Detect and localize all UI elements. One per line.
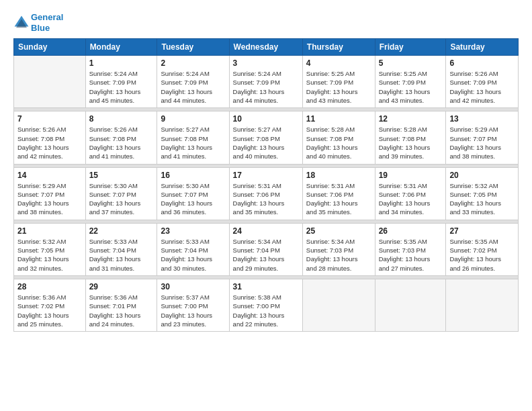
day-info: Sunrise: 5:30 AMSunset: 7:07 PMDaylight:…	[89, 181, 154, 217]
day-info: Sunrise: 5:34 AMSunset: 7:04 PMDaylight:…	[233, 237, 299, 273]
day-number: 14	[17, 171, 82, 180]
daylight-text: Daylight: 13 hours	[161, 199, 212, 207]
calendar-cell: 10Sunrise: 5:27 AMSunset: 7:08 PMDayligh…	[229, 111, 302, 164]
week-row-2: 7Sunrise: 5:26 AMSunset: 7:08 PMDaylight…	[14, 111, 519, 164]
day-info: Sunrise: 5:31 AMSunset: 7:06 PMDaylight:…	[233, 181, 299, 217]
sunset-text: Sunset: 7:09 PM	[161, 79, 208, 86]
calendar-cell: 28Sunrise: 5:36 AMSunset: 7:02 PMDayligh…	[14, 279, 86, 331]
day-info: Sunrise: 5:32 AMSunset: 7:05 PMDaylight:…	[17, 237, 82, 273]
sunset-text: Sunset: 7:06 PM	[233, 191, 280, 198]
sunrise-text: Sunrise: 5:32 AM	[449, 182, 498, 189]
day-number: 11	[306, 114, 371, 124]
sunrise-text: Sunrise: 5:31 AM	[379, 182, 427, 189]
sunset-text: Sunset: 7:09 PM	[306, 79, 353, 86]
sunset-text: Sunset: 7:01 PM	[89, 302, 136, 310]
daylight-text: Daylight: 13 hours	[379, 199, 431, 207]
daylight-text: and 42 minutes.	[17, 152, 63, 160]
daylight-text: and 43 minutes.	[306, 97, 352, 104]
daylight-text: Daylight: 13 hours	[17, 312, 69, 319]
day-info: Sunrise: 5:31 AMSunset: 7:06 PMDaylight:…	[306, 181, 371, 217]
daylight-text: and 45 minutes.	[89, 97, 135, 104]
sunset-text: Sunset: 7:06 PM	[306, 191, 353, 198]
daylight-text: Daylight: 13 hours	[89, 199, 141, 207]
calendar-cell: 15Sunrise: 5:30 AMSunset: 7:07 PMDayligh…	[85, 167, 157, 220]
daylight-text: Daylight: 13 hours	[233, 199, 285, 207]
daylight-text: Daylight: 13 hours	[379, 255, 431, 263]
calendar-cell: 4Sunrise: 5:25 AMSunset: 7:09 PMDaylight…	[302, 56, 375, 108]
sunset-text: Sunset: 7:09 PM	[379, 79, 426, 86]
day-info: Sunrise: 5:25 AMSunset: 7:09 PMDaylight:…	[379, 69, 443, 105]
sunset-text: Sunset: 7:09 PM	[89, 79, 136, 86]
sunset-text: Sunset: 7:04 PM	[161, 246, 208, 254]
sunrise-text: Sunrise: 5:24 AM	[233, 70, 281, 77]
sunset-text: Sunset: 7:07 PM	[449, 135, 496, 142]
sunset-text: Sunset: 7:04 PM	[233, 246, 280, 254]
calendar-cell: 7Sunrise: 5:26 AMSunset: 7:08 PMDaylight…	[14, 111, 86, 164]
daylight-text: and 31 minutes.	[89, 265, 135, 272]
calendar-cell: 1Sunrise: 5:24 AMSunset: 7:09 PMDaylight…	[85, 56, 157, 108]
daylight-text: and 37 minutes.	[89, 208, 135, 216]
sunset-text: Sunset: 7:00 PM	[233, 302, 280, 310]
daylight-text: Daylight: 13 hours	[379, 144, 431, 151]
sunset-text: Sunset: 7:05 PM	[17, 246, 64, 254]
day-number: 31	[233, 282, 299, 291]
daylight-text: and 29 minutes.	[233, 265, 279, 272]
daylight-text: and 34 minutes.	[379, 208, 425, 216]
daylight-text: and 22 minutes.	[233, 320, 279, 328]
calendar-cell: 22Sunrise: 5:33 AMSunset: 7:04 PMDayligh…	[85, 223, 157, 275]
daylight-text: and 33 minutes.	[449, 208, 495, 216]
daylight-text: Daylight: 13 hours	[17, 199, 69, 207]
day-number: 29	[89, 282, 154, 291]
calendar-cell	[302, 279, 375, 331]
sunrise-text: Sunrise: 5:27 AM	[233, 126, 281, 133]
week-row-4: 21Sunrise: 5:32 AMSunset: 7:05 PMDayligh…	[14, 223, 519, 275]
day-number: 2	[161, 58, 225, 68]
calendar-cell: 23Sunrise: 5:33 AMSunset: 7:04 PMDayligh…	[157, 223, 229, 275]
sunrise-text: Sunrise: 5:27 AM	[161, 126, 209, 133]
day-number: 20	[449, 171, 515, 180]
calendar-cell: 5Sunrise: 5:25 AMSunset: 7:09 PMDaylight…	[375, 56, 446, 108]
calendar-cell: 25Sunrise: 5:34 AMSunset: 7:03 PMDayligh…	[302, 223, 375, 275]
logo-icon	[13, 15, 30, 31]
weekday-header-friday: Friday	[375, 39, 446, 56]
daylight-text: Daylight: 13 hours	[233, 255, 285, 263]
day-number: 8	[89, 114, 154, 124]
day-info: Sunrise: 5:26 AMSunset: 7:08 PMDaylight:…	[17, 125, 82, 161]
day-number: 26	[379, 226, 443, 236]
daylight-text: Daylight: 13 hours	[306, 199, 358, 207]
daylight-text: Daylight: 13 hours	[89, 312, 141, 319]
sunset-text: Sunset: 7:06 PM	[379, 191, 426, 198]
weekday-header-monday: Monday	[85, 39, 157, 56]
daylight-text: and 40 minutes.	[233, 152, 279, 160]
daylight-text: Daylight: 13 hours	[306, 88, 358, 95]
day-number: 9	[161, 114, 225, 124]
daylight-text: Daylight: 13 hours	[161, 312, 212, 319]
sunrise-text: Sunrise: 5:25 AM	[379, 70, 427, 77]
sunrise-text: Sunrise: 5:33 AM	[161, 238, 209, 245]
calendar-cell: 17Sunrise: 5:31 AMSunset: 7:06 PMDayligh…	[229, 167, 302, 220]
daylight-text: and 42 minutes.	[449, 97, 495, 104]
day-info: Sunrise: 5:29 AMSunset: 7:07 PMDaylight:…	[449, 125, 515, 161]
logo-text: General Blue	[31, 12, 63, 33]
calendar-cell: 29Sunrise: 5:36 AMSunset: 7:01 PMDayligh…	[85, 279, 157, 331]
daylight-text: and 26 minutes.	[449, 265, 495, 272]
daylight-text: Daylight: 13 hours	[306, 255, 358, 263]
calendar-cell: 8Sunrise: 5:26 AMSunset: 7:08 PMDaylight…	[85, 111, 157, 164]
day-number: 4	[306, 58, 371, 68]
sunrise-text: Sunrise: 5:34 AM	[233, 238, 281, 245]
daylight-text: and 41 minutes.	[161, 152, 206, 160]
daylight-text: Daylight: 13 hours	[161, 144, 212, 151]
daylight-text: Daylight: 13 hours	[306, 144, 358, 151]
daylight-text: and 24 minutes.	[89, 320, 135, 328]
weekday-header-thursday: Thursday	[302, 39, 375, 56]
sunset-text: Sunset: 7:05 PM	[449, 191, 496, 198]
day-info: Sunrise: 5:36 AMSunset: 7:02 PMDaylight:…	[17, 293, 82, 328]
day-info: Sunrise: 5:38 AMSunset: 7:00 PMDaylight:…	[233, 293, 299, 328]
calendar-cell	[14, 56, 86, 108]
calendar-cell: 24Sunrise: 5:34 AMSunset: 7:04 PMDayligh…	[229, 223, 302, 275]
sunrise-text: Sunrise: 5:26 AM	[449, 70, 498, 77]
sunrise-text: Sunrise: 5:25 AM	[306, 70, 355, 77]
calendar-cell: 9Sunrise: 5:27 AMSunset: 7:08 PMDaylight…	[157, 111, 229, 164]
daylight-text: and 23 minutes.	[161, 320, 206, 328]
calendar-cell	[446, 279, 519, 331]
